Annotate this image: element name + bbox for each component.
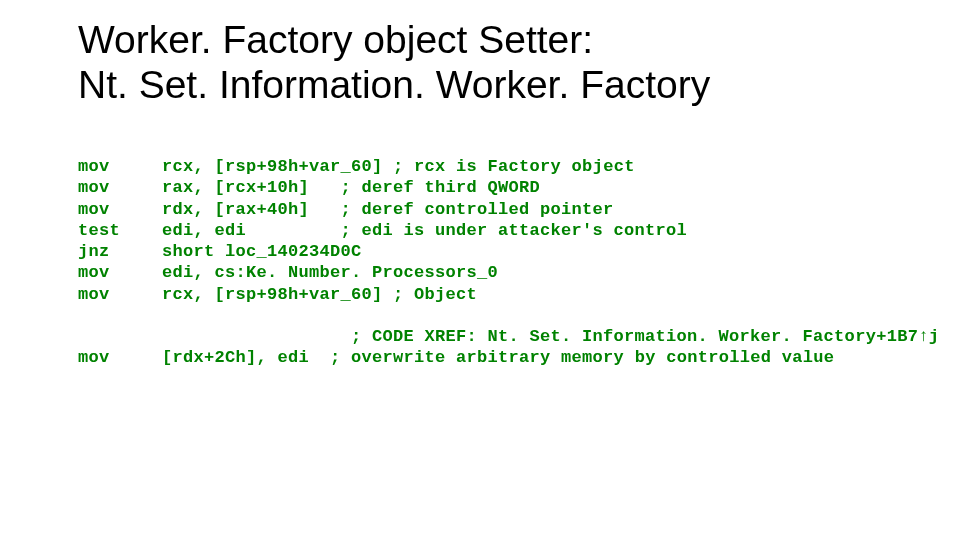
slide: Worker. Factory object Setter: Nt. Set. … [0, 0, 960, 540]
mnemonic: test [78, 221, 120, 240]
mnemonic: mov [78, 263, 110, 282]
asm-row: mov edi, cs:Ke. Number. Processors_0 [78, 263, 498, 282]
comment: ; deref third QWORD [341, 178, 541, 197]
title-line-2: Nt. Set. Information. Worker. Factory [78, 63, 710, 106]
asm-row: mov rcx, [rsp+98h+var_60] ; Object [78, 285, 477, 304]
comment: ; Object [393, 285, 477, 304]
title-line-1: Worker. Factory object Setter: [78, 18, 593, 61]
asm-row: mov [rdx+2Ch], edi ; overwrite arbitrary… [78, 348, 834, 367]
comment: ; edi is under attacker's control [341, 221, 688, 240]
comment: ; rcx is Factory object [393, 157, 635, 176]
operands: rdx, [rax+40h] [162, 200, 309, 219]
asm-row: mov rcx, [rsp+98h+var_60] ; rcx is Facto… [78, 157, 635, 176]
comment: ; overwrite arbitrary memory by controll… [330, 348, 834, 367]
operands: short loc_140234D0C [162, 242, 362, 261]
operands: rax, [rcx+10h] [162, 178, 309, 197]
slide-title: Worker. Factory object Setter: Nt. Set. … [78, 18, 710, 108]
operands: edi, cs:Ke. Number. Processors_0 [162, 263, 498, 282]
asm-row: mov rax, [rcx+10h] ; deref third QWORD [78, 178, 540, 197]
code-xref: ; CODE XREF: Nt. Set. Information. Worke… [351, 327, 939, 346]
asm-row: jnz short loc_140234D0C [78, 242, 362, 261]
comment: ; deref controlled pointer [341, 200, 614, 219]
disassembly-block: mov rcx, [rsp+98h+var_60] ; rcx is Facto… [78, 156, 939, 369]
operands: rcx, [rsp+98h+var_60] [162, 285, 383, 304]
mnemonic: jnz [78, 242, 110, 261]
mnemonic: mov [78, 178, 110, 197]
mnemonic: mov [78, 348, 110, 367]
asm-row: test edi, edi ; edi is under attacker's … [78, 221, 687, 240]
operands: edi, edi [162, 221, 246, 240]
operands: rcx, [rsp+98h+var_60] [162, 157, 383, 176]
mnemonic: mov [78, 157, 110, 176]
operands: [rdx+2Ch], edi [162, 348, 309, 367]
mnemonic: mov [78, 285, 110, 304]
mnemonic: mov [78, 200, 110, 219]
asm-row: mov rdx, [rax+40h] ; deref controlled po… [78, 200, 614, 219]
